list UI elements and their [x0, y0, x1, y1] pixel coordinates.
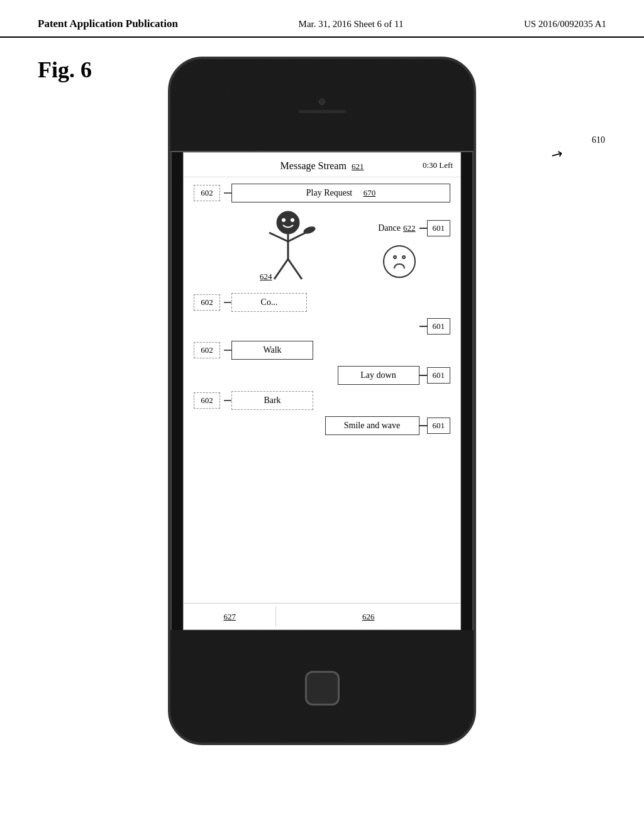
bark-row: 602 Bark — [194, 391, 450, 410]
left-connector-play — [224, 192, 231, 194]
ref-601-smile: 601 — [427, 418, 451, 434]
play-request-row: 602 Play Request 670 — [194, 184, 450, 202]
left-connector-walk — [224, 350, 231, 351]
ref-610: 610 — [592, 135, 605, 145]
ref-602-play: 602 — [194, 185, 220, 201]
nav-left-item[interactable]: 627 — [184, 607, 276, 627]
bark-label: Bark — [264, 396, 280, 405]
dance-ref: 622 — [403, 223, 416, 233]
sad-eye-left — [393, 255, 397, 259]
lay-down-box: Lay down — [338, 366, 419, 385]
compliment-box: Co... — [231, 293, 307, 312]
ref-601-lay: 601 — [427, 367, 451, 384]
dance-label: Dance — [378, 223, 401, 233]
nav-right-item[interactable]: 626 — [276, 607, 460, 627]
phone-screen: Message Stream 621 0:30 Left 602 Play Re… — [183, 152, 461, 630]
svg-point-1 — [282, 218, 286, 222]
bark-box: Bark — [231, 391, 313, 410]
sad-ref-row: 601 — [194, 318, 450, 335]
time-left: 0:30 Left — [423, 160, 453, 170]
play-request-ref: 670 — [364, 188, 376, 197]
main-content: Fig. 6 610 ↗ Message Stream 621 0:30 Lef… — [0, 38, 644, 811]
right-connector-smile — [419, 425, 427, 426]
ref-601-dance: 601 — [427, 220, 451, 236]
left-connector-compliment — [224, 302, 231, 303]
patent-date-sheet: Mar. 31, 2016 Sheet 6 of 11 — [299, 19, 404, 30]
ref-602-compliment: 602 — [194, 294, 220, 311]
ref-601-sad-row: 601 — [427, 318, 451, 335]
texture-overlay — [170, 59, 474, 152]
home-button[interactable] — [305, 671, 340, 706]
smile-wave-label: Smile and wave — [344, 421, 400, 430]
ref-624: 624 — [260, 272, 272, 282]
dance-area: Dance 622 601 — [194, 209, 450, 290]
message-stream-title: Message Stream — [280, 160, 347, 171]
patent-title: Patent Application Publication — [38, 18, 178, 30]
dance-label-container: Dance 622 601 — [378, 220, 450, 236]
compliment-row: 602 Co... — [194, 293, 450, 312]
phone-top-bezel — [170, 59, 474, 152]
sad-eyes — [393, 255, 406, 259]
lay-down-label: Lay down — [360, 370, 396, 380]
figure-label: Fig. 6 — [38, 57, 92, 83]
phone-bottom-bezel — [170, 630, 474, 745]
right-connector-lay — [419, 375, 427, 376]
walk-row: 602 Walk — [194, 341, 450, 360]
smile-wave-box: Smile and wave — [325, 416, 419, 435]
svg-line-7 — [274, 259, 288, 279]
patent-number: US 2016/0092035 A1 — [524, 19, 606, 30]
sad-eye-right — [402, 255, 406, 259]
message-stream-ref: 621 — [352, 162, 364, 171]
svg-line-4 — [269, 233, 288, 241]
walk-label: Walk — [263, 345, 281, 355]
message-stream-header: Message Stream 621 0:30 Left — [184, 153, 460, 177]
ref-602-bark: 602 — [194, 392, 220, 409]
sad-mouth — [394, 263, 405, 268]
stick-figure-svg — [231, 209, 357, 290]
right-connector-dance — [419, 228, 427, 229]
stick-figure-container: Dance 622 601 — [194, 209, 450, 290]
play-request-box: Play Request 670 — [231, 184, 450, 202]
play-request-label: Play Request — [306, 188, 353, 197]
svg-line-8 — [288, 259, 302, 279]
svg-point-0 — [277, 211, 299, 234]
phone-device: Message Stream 621 0:30 Left 602 Play Re… — [168, 57, 476, 745]
sad-face-bubble — [383, 245, 416, 278]
walk-box: Walk — [231, 341, 313, 360]
compliment-label: Co... — [261, 297, 278, 307]
right-connector-sad — [419, 326, 427, 327]
smile-wave-row: Smile and wave 601 — [194, 416, 450, 435]
messages-area: 602 Play Request 670 — [184, 177, 460, 448]
svg-line-5 — [288, 233, 306, 241]
patent-header: Patent Application Publication Mar. 31, … — [0, 0, 644, 38]
bottom-nav: 627 626 — [184, 603, 460, 629]
svg-point-2 — [291, 218, 294, 222]
ref-602-walk: 602 — [194, 342, 220, 358]
left-connector-bark — [224, 400, 231, 401]
lay-down-row: Lay down 601 — [194, 366, 450, 385]
